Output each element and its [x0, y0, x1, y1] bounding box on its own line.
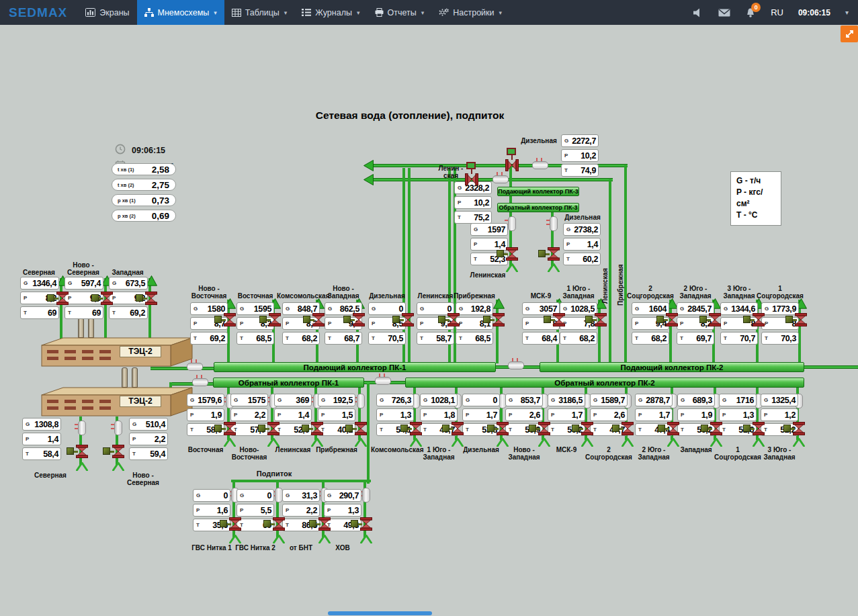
nav-item-мнемосхемы[interactable]: Мнемосхемы▾	[137, 0, 224, 25]
nav-item-настройки[interactable]: Настройки▾	[431, 0, 509, 25]
valve-monitor-icon	[466, 162, 476, 169]
param-letter: T	[328, 335, 334, 341]
measure-row: T68,4	[522, 332, 560, 345]
param-value: 69,7	[686, 334, 712, 343]
param-value: 1575	[240, 396, 265, 405]
param-letter: P	[132, 436, 138, 442]
nav-item-экраны[interactable]: Экраны	[78, 0, 136, 25]
measure-box: G1773,9P8T70,3	[761, 302, 799, 347]
measure-row: T68,2	[560, 332, 597, 345]
param-letter: G	[380, 397, 386, 403]
param-value: 1,3	[386, 410, 411, 420]
param-pill-value: 2,58	[152, 165, 169, 175]
nav-item-журналы[interactable]: Журналы▾	[294, 0, 367, 25]
clock-icon	[115, 144, 126, 157]
param-letter: G	[765, 306, 771, 312]
station-label: Ленинская	[269, 446, 317, 453]
valve-actuator-icon	[538, 250, 546, 257]
measure-row: P1,4	[274, 408, 312, 421]
param-letter: G	[638, 397, 644, 403]
measure-row: G1604	[632, 302, 669, 315]
measure-row: G1580	[190, 302, 228, 315]
nav-item-таблицы[interactable]: Таблицы▾	[224, 0, 295, 25]
station-label: 1 Юго - Западная	[554, 281, 603, 300]
param-pill: t хв (2)2,75	[112, 179, 176, 191]
param-letter: G	[112, 280, 118, 286]
collector-pk3_return: Обратный коллектор ПК-3	[497, 203, 579, 212]
nav-menu: ЭкраныМнемосхемы▾Таблицы▾Журналы▾Отчеты▾…	[78, 0, 509, 25]
valve-stem	[222, 319, 226, 321]
valve-actuator-icon	[743, 316, 750, 323]
param-letter: G	[680, 306, 686, 312]
valve-actuator-icon	[392, 316, 400, 323]
pipe	[609, 179, 611, 363]
param-pill: t хв (1)2,58	[112, 163, 176, 175]
param-value: 1579,6	[196, 396, 222, 405]
param-letter: G	[564, 138, 570, 144]
measure-row: G1579,6	[187, 394, 224, 406]
station-label: 1 Соцгородская	[756, 281, 804, 300]
param-letter: T	[423, 427, 429, 433]
param-letter: P	[420, 320, 426, 326]
nav-item-label: Журналы	[315, 8, 352, 17]
speaker-icon[interactable]	[693, 8, 703, 17]
valve-actuator-icon	[701, 425, 708, 432]
valve-stem	[471, 169, 472, 174]
param-value: 2,6	[515, 410, 540, 420]
param-value: 1589,7	[599, 396, 625, 405]
param-value: 75,2	[464, 213, 489, 222]
valve-stem	[143, 298, 147, 300]
param-value: 597,4	[74, 279, 101, 288]
valve-actuator-icon	[258, 425, 265, 432]
language-selector[interactable]: RU	[771, 7, 783, 17]
param-letter: P	[525, 320, 531, 326]
settings-icon	[439, 8, 449, 17]
valve-actuator-icon	[585, 316, 593, 323]
param-letter: P	[240, 507, 246, 513]
valve-stem	[793, 319, 797, 321]
flow-meter-icon	[357, 394, 365, 408]
valve-stem	[265, 428, 269, 430]
valve-stem	[227, 523, 231, 525]
param-letter: T	[286, 335, 292, 341]
station-label: Дизельная	[562, 214, 603, 221]
measure-row: P1,9	[187, 408, 224, 421]
valve-actuator-icon	[91, 294, 99, 302]
param-value: 68,2	[641, 334, 667, 343]
mail-icon[interactable]	[718, 9, 730, 17]
measure-row: G192,5	[318, 394, 355, 406]
param-letter: T	[26, 451, 32, 457]
param-value: 0	[202, 491, 228, 500]
param-letter: P	[724, 320, 730, 326]
param-letter: T	[112, 310, 118, 316]
fullscreen-button[interactable]	[841, 26, 858, 42]
param-letter: G	[458, 185, 464, 191]
valve-actuator-icon	[214, 425, 222, 432]
param-value: 60,2	[572, 255, 598, 264]
chevron-down-icon[interactable]: ▾	[845, 9, 849, 16]
measure-row: G726,3	[376, 394, 414, 406]
horizontal-scrollbar[interactable]	[328, 611, 432, 615]
valve-actuator-icon	[400, 425, 408, 432]
measure-row: P1,3	[376, 408, 414, 421]
chevron-down-icon: ▾	[214, 9, 217, 16]
nav-item-отчеты[interactable]: Отчеты▾	[368, 0, 432, 25]
param-value: 2,6	[599, 410, 625, 420]
valve-actuator-icon	[438, 316, 445, 323]
measure-row: G1575	[230, 394, 268, 406]
bell-icon[interactable]: 0	[745, 7, 756, 18]
param-letter: P	[466, 412, 472, 418]
param-value: 853,7	[515, 396, 540, 405]
param-value: 369	[284, 396, 309, 405]
valve-stem	[579, 428, 583, 430]
mnemo-icon	[144, 8, 154, 17]
station-label: Северная	[27, 472, 74, 479]
station-label: Дизельная	[457, 446, 505, 453]
param-letter: T	[190, 427, 196, 433]
param-value: 68,5	[246, 334, 271, 343]
param-letter: P	[458, 200, 464, 206]
measure-box: G3186,5P1,7T56,2	[548, 394, 585, 438]
measure-row: P2,6	[505, 408, 543, 421]
param-letter: T	[593, 427, 599, 433]
param-letter: G	[196, 492, 202, 498]
